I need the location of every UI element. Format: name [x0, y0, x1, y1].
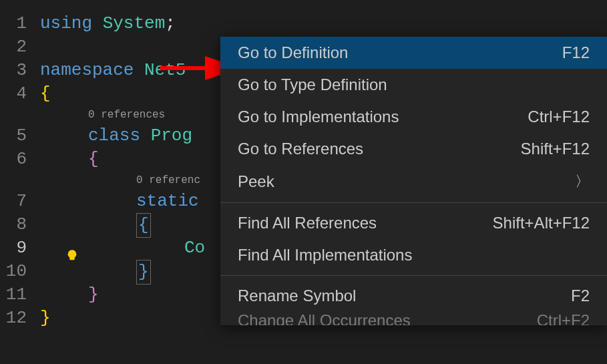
menu-item-peek[interactable]: Peek 〉: [220, 165, 607, 198]
context-menu: Go to Definition F12 Go to Type Definiti…: [220, 37, 607, 325]
close-brace: }: [40, 308, 51, 328]
line-number: 2: [0, 35, 27, 59]
line-number: 8: [0, 213, 27, 236]
menu-shortcut: Shift+Alt+F12: [493, 214, 590, 232]
type-system: System: [103, 13, 166, 33]
identifier: Co: [184, 238, 205, 258]
menu-shortcut: Shift+F12: [521, 140, 590, 158]
lightbulb-icon[interactable]: [65, 249, 79, 262]
line-number: 3: [0, 59, 27, 82]
menu-label: Rename Symbol: [238, 287, 356, 305]
menu-item-rename-symbol[interactable]: Rename Symbol F2: [220, 280, 607, 312]
open-brace: {: [40, 83, 51, 104]
chevron-right-icon: 〉: [575, 172, 590, 192]
menu-item-change-all-occurrences[interactable]: Change All Occurrences Ctrl+F2: [220, 312, 607, 325]
menu-shortcut: F2: [571, 287, 590, 305]
menu-item-find-all-references[interactable]: Find All References Shift+Alt+F12: [220, 207, 607, 239]
keyword-static: static: [136, 191, 199, 211]
menu-item-find-all-implementations[interactable]: Find All Implementations: [220, 239, 607, 271]
menu-label: Go to Implementations: [238, 108, 399, 126]
keyword-namespace: namespace: [40, 60, 134, 80]
menu-label: Go to Definition: [238, 43, 348, 62]
menu-separator: [220, 275, 607, 276]
menu-shortcut: Ctrl+F12: [528, 108, 590, 126]
menu-item-go-to-implementations[interactable]: Go to Implementations Ctrl+F12: [220, 101, 607, 133]
menu-item-go-to-references[interactable]: Go to References Shift+F12: [220, 133, 607, 165]
keyword-class: class: [88, 126, 140, 146]
open-brace: {: [88, 149, 99, 169]
namespace-name: Net5: [144, 60, 186, 80]
semicolon: ;: [165, 13, 176, 33]
line-number: 10: [0, 260, 27, 283]
menu-separator: [220, 202, 607, 203]
class-name: Prog: [151, 126, 192, 146]
line-number: 6: [0, 148, 27, 171]
menu-item-go-to-definition[interactable]: Go to Definition F12: [220, 37, 607, 69]
line-number: 4: [0, 82, 27, 106]
line-number: 9: [0, 236, 27, 260]
menu-item-go-to-type-definition[interactable]: Go to Type Definition: [220, 69, 607, 101]
open-brace: {: [136, 213, 151, 238]
close-brace: }: [136, 260, 151, 285]
menu-label: Find All References: [238, 214, 377, 232]
line-number: 7: [0, 190, 27, 213]
line-number: 11: [0, 283, 27, 307]
menu-label: Find All Implementations: [238, 246, 412, 264]
menu-label: Peek: [238, 172, 274, 191]
menu-label: Change All Occurrences: [238, 312, 411, 325]
line-number: 5: [0, 124, 27, 148]
line-number: 1: [0, 12, 27, 35]
menu-shortcut: Ctrl+F2: [537, 312, 590, 325]
menu-label: Go to References: [238, 140, 363, 158]
line-number: 12: [0, 307, 27, 330]
menu-shortcut: F12: [562, 43, 590, 62]
menu-label: Go to Type Definition: [238, 75, 387, 94]
line-number-gutter: 1 2 3 4 5 6 7 8 9 10 11 12: [0, 12, 40, 330]
close-brace: }: [88, 285, 99, 305]
keyword-using: using: [40, 13, 92, 33]
